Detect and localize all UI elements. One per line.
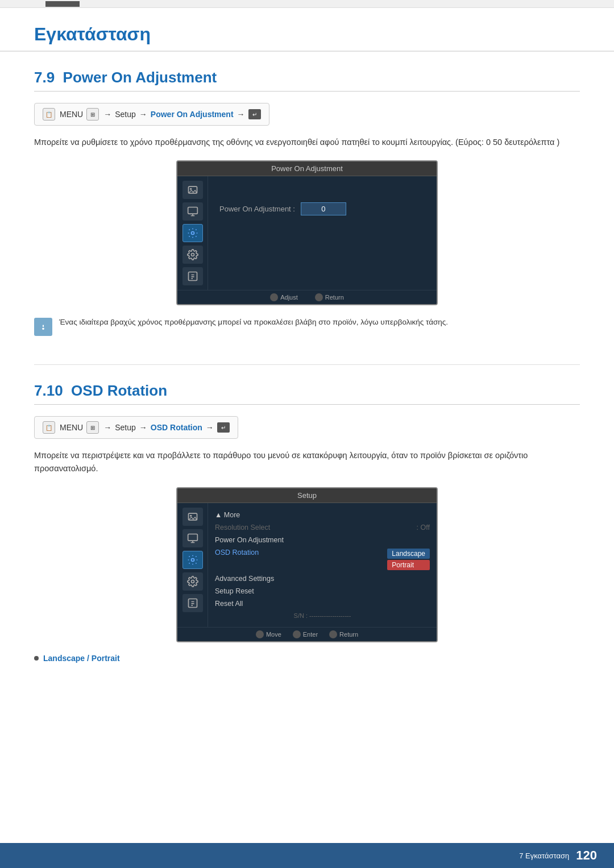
osd-title-bar-710: Setup [177,488,437,503]
osd-icon-settings-active-2 [182,551,203,569]
section-710-number: 7.10 [34,382,63,399]
section-710-title: 7.10 OSD Rotation [34,382,580,405]
osd-sidebar-710 [177,503,208,627]
osd-icon-picture-2 [182,508,203,526]
enter-icon-2: ↵ [217,422,230,433]
section-79-description: Μπορείτε να ρυθμίσετε το χρόνο προθέρμαν… [34,136,580,149]
osd-menu-poweradj-label: Power On Adjustment [215,536,284,544]
osd-body-79: Power On Adjustment : 0 [177,176,437,290]
section-710-heading: OSD Rotation [71,382,167,399]
osd-footer-return-2: Return [329,630,358,638]
osd-option-landscape: Landscape [387,549,430,559]
osd-menu-setupreset-label: Setup Reset [215,587,254,595]
breadcrumb-79: 📋 MENU ⊞ → Setup → Power On Adjustment →… [34,103,269,126]
osd-menu-setupreset: Setup Reset [208,585,437,597]
osd-icon-monitor-2 [182,529,203,547]
osd-menu-advanced-label: Advanced Settings [215,575,274,583]
breadcrumb-menu-label: MENU [60,110,83,119]
osd-menu-resolution-label: Resolution Select [215,524,270,531]
note-box-79: Ένας ιδιαίτερα βραχύς χρόνος προθέρμανση… [34,317,580,336]
setup-grid-icon-2: ⊞ [86,421,99,434]
osd-icon-info [182,267,203,285]
osd-main-710: ▲ More Resolution Select : Off Power On … [208,503,437,627]
osd-menu-more: ▲ More [208,509,437,521]
osd-icon-settings-active [182,224,203,242]
osd-menu-resetall-label: Reset All [215,600,243,608]
menu-book-icon-2: 📋 [43,421,55,434]
footer-page-number: 120 [576,848,597,863]
section-710-description: Μπορείτε να περιστρέψετε και να προβάλλε… [34,449,580,475]
top-bar-accent [45,1,80,7]
osd-footer-return: Return [315,293,344,301]
svg-point-6 [191,254,194,256]
enter-icon: ↵ [248,109,261,119]
osd-menu-resetall: Reset All [208,597,437,610]
return-icon [315,293,323,301]
bullet-dot [34,656,39,661]
svg-point-19 [191,558,194,561]
osd-field-input: 0 [301,202,346,215]
breadcrumb-arrow1: → [103,110,111,119]
osd-footer-move: Move [256,630,281,638]
osd-screen-710: Setup [176,487,438,642]
return-icon-2 [329,630,337,638]
bullet-text: Landscape / Portrait [43,654,120,663]
note-text-79: Ένας ιδιαίτερα βραχύς χρόνος προθέρμανση… [59,317,448,329]
breadcrumb-menu-label-2: MENU [60,423,83,432]
page-footer: 7 Εγκατάσταση 120 [0,843,614,868]
menu-book-icon: 📋 [43,108,55,121]
osd-sidebar-79 [177,176,208,290]
osd-footer-adjust: Adjust [270,293,298,301]
section-79-number: 7.9 [34,69,55,86]
svg-rect-16 [188,534,197,541]
osd-menu-options: Landscape Portrait [387,549,430,570]
osd-menu-more-label: ▲ More [215,511,240,519]
osd-icon-info-2 [182,594,203,612]
breadcrumb-highlight-2: OSD Rotation [151,423,202,432]
osd-main-79: Power On Adjustment : 0 [208,176,437,290]
breadcrumb-arrow1-2: → [103,423,111,432]
move-icon [256,630,264,638]
osd-icon-gear [182,246,203,264]
note-icon [34,318,52,336]
section-79-title: 7.9 Power On Adjustment [34,69,580,92]
osd-icon-monitor [182,202,203,221]
osd-sn: S/N : -------------------- [208,610,437,621]
svg-rect-2 [188,207,197,214]
osd-menu-resolution-val: : Off [417,524,430,531]
top-bar [0,0,614,8]
section-79: 7.9 Power On Adjustment 📋 MENU ⊞ → Setup… [34,69,580,336]
breadcrumb-setup: Setup [115,110,136,119]
osd-title-bar-79: Power On Adjustment [177,161,437,176]
footer-label: 7 Εγκατάσταση [519,852,569,860]
bullet-list-710: Landscape / Portrait [34,654,580,663]
svg-point-15 [190,514,192,516]
breadcrumb-highlight: Power On Adjustment [151,110,234,119]
osd-field-row: Power On Adjustment : 0 [219,202,425,215]
svg-point-5 [191,232,194,235]
osd-menu-resolution: Resolution Select : Off [208,521,437,534]
bullet-item-landscape-portrait: Landscape / Portrait [34,654,580,663]
page-header: Εγκατάσταση [0,8,614,52]
osd-field-label: Power On Adjustment : [219,205,295,213]
osd-footer-enter: Enter [293,630,318,638]
osd-menu-poweradj: Power On Adjustment [208,534,437,546]
setup-grid-icon: ⊞ [86,108,99,121]
breadcrumb-arrow2-2: → [139,423,147,432]
osd-icon-gear-2 [182,572,203,591]
section-divider [34,364,580,365]
breadcrumb-710: 📋 MENU ⊞ → Setup → OSD Rotation → ↵ [34,416,238,439]
osd-menu-osdrotation: OSD Rotation Landscape Portrait [208,546,437,572]
osd-menu-advanced: Advanced Settings [208,572,437,585]
breadcrumb-arrow2: → [139,110,147,119]
osd-footer-710: Move Enter Return [177,627,437,641]
main-content: 7.9 Power On Adjustment 📋 MENU ⊞ → Setup… [0,57,614,725]
osd-menu-osdrotation-label: OSD Rotation [215,549,259,556]
breadcrumb-arrow3: → [237,110,245,119]
section-710: 7.10 OSD Rotation 📋 MENU ⊞ → Setup → OSD… [34,382,580,662]
osd-screen-79: Power On Adjustment [176,160,438,305]
page-title: Εγκατάσταση [34,24,580,45]
osd-body-710: ▲ More Resolution Select : Off Power On … [177,503,437,627]
breadcrumb-arrow3-2: → [206,423,214,432]
osd-footer-79: Adjust Return [177,290,437,304]
